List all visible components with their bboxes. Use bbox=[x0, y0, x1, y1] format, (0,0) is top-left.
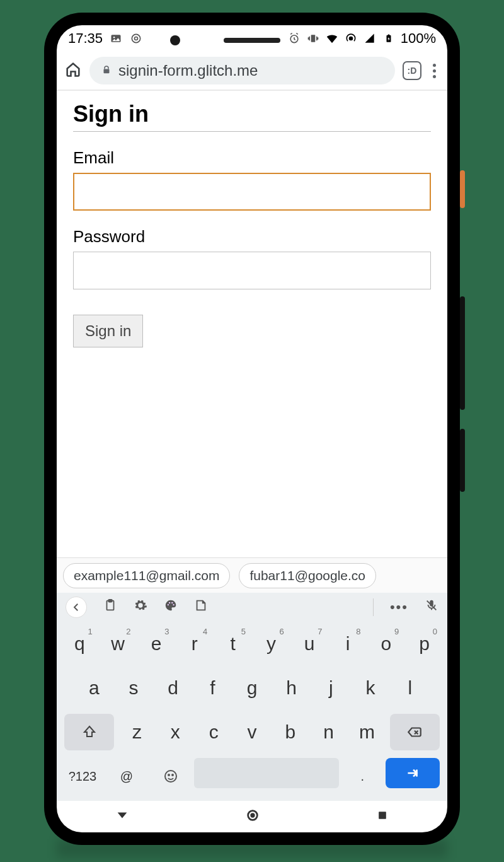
key-j[interactable]: j bbox=[312, 670, 350, 706]
key-n[interactable]: n bbox=[311, 714, 346, 750]
key-d[interactable]: d bbox=[154, 670, 192, 706]
url-text: signin-form.glitch.me bbox=[118, 62, 258, 79]
battery-icon bbox=[382, 32, 396, 45]
key-a[interactable]: a bbox=[76, 670, 113, 706]
svg-point-1 bbox=[113, 37, 115, 38]
svg-point-3 bbox=[135, 37, 138, 40]
sticker-icon[interactable] bbox=[194, 598, 208, 616]
keyboard: ••• 1q2w3e4r5t6y7u8i9o0p asdfghjkl zxcvb… bbox=[57, 593, 447, 801]
key-w[interactable]: 2w bbox=[100, 626, 136, 662]
url-bar[interactable]: signin-form.glitch.me bbox=[89, 57, 395, 84]
wifi-icon bbox=[325, 32, 339, 45]
key-u[interactable]: 7u bbox=[292, 626, 328, 662]
nav-home-icon[interactable] bbox=[246, 808, 260, 825]
menu-icon[interactable] bbox=[429, 64, 440, 78]
symbols-key[interactable]: ?123 bbox=[62, 758, 103, 795]
key-q[interactable]: 1q bbox=[62, 626, 98, 662]
status-time: 17:35 bbox=[68, 30, 103, 47]
browser-toolbar: signin-form.glitch.me :D bbox=[57, 52, 447, 91]
hotspot-icon bbox=[344, 32, 358, 45]
suggestion-chip[interactable]: fubar11@google.co bbox=[239, 563, 376, 588]
svg-rect-5 bbox=[311, 35, 315, 42]
password-label: Password bbox=[73, 227, 431, 247]
key-z[interactable]: z bbox=[119, 714, 155, 750]
svg-rect-8 bbox=[388, 35, 389, 36]
key-v[interactable]: v bbox=[234, 714, 270, 750]
svg-rect-11 bbox=[108, 600, 112, 602]
key-c[interactable]: c bbox=[196, 714, 232, 750]
backspace-key[interactable] bbox=[390, 714, 440, 750]
key-i[interactable]: 8i bbox=[330, 626, 366, 662]
key-t[interactable]: 5t bbox=[215, 626, 251, 662]
key-r[interactable]: 4r bbox=[176, 626, 212, 662]
svg-point-21 bbox=[250, 813, 255, 817]
key-p[interactable]: 0p bbox=[406, 626, 442, 662]
gear-icon[interactable] bbox=[134, 598, 147, 616]
android-navbar bbox=[57, 801, 447, 832]
palette-icon[interactable] bbox=[164, 598, 178, 616]
kbd-back-icon[interactable] bbox=[66, 597, 87, 618]
svg-point-17 bbox=[165, 771, 176, 782]
key-k[interactable]: k bbox=[352, 670, 389, 706]
key-f[interactable]: f bbox=[194, 670, 231, 706]
key-e[interactable]: 3e bbox=[139, 626, 175, 662]
svg-rect-22 bbox=[379, 812, 386, 819]
status-bar: 17:35 bbox=[57, 25, 447, 52]
clipboard-icon[interactable] bbox=[103, 598, 117, 616]
nav-back-icon[interactable] bbox=[115, 808, 129, 825]
page-title: Sign in bbox=[73, 101, 431, 132]
svg-point-2 bbox=[132, 34, 140, 42]
key-g[interactable]: g bbox=[234, 670, 271, 706]
key-o[interactable]: 9o bbox=[368, 626, 404, 662]
image-icon bbox=[109, 32, 123, 45]
vibrate-icon bbox=[306, 32, 320, 45]
email-input[interactable] bbox=[73, 173, 431, 211]
page-content: Sign in Email Password Sign in bbox=[57, 91, 447, 557]
svg-point-12 bbox=[168, 604, 169, 605]
svg-point-15 bbox=[173, 604, 174, 605]
svg-point-13 bbox=[169, 602, 170, 603]
suggestion-chip[interactable]: example111@gmail.com bbox=[63, 563, 230, 588]
nav-recent-icon[interactable] bbox=[376, 809, 389, 824]
battery-percent: 100% bbox=[401, 30, 436, 47]
password-input[interactable] bbox=[73, 252, 431, 289]
enter-key[interactable] bbox=[386, 758, 440, 788]
at-key[interactable]: @ bbox=[106, 758, 147, 795]
email-label: Email bbox=[73, 148, 431, 168]
key-x[interactable]: x bbox=[158, 714, 193, 750]
key-l[interactable]: l bbox=[391, 670, 428, 706]
svg-rect-9 bbox=[104, 69, 110, 74]
key-m[interactable]: m bbox=[349, 714, 385, 750]
shift-key[interactable] bbox=[64, 714, 114, 750]
svg-point-6 bbox=[349, 37, 352, 40]
space-key[interactable] bbox=[194, 758, 340, 788]
tab-switcher[interactable]: :D bbox=[403, 61, 421, 80]
alarm-icon bbox=[287, 32, 301, 45]
key-h[interactable]: h bbox=[273, 670, 310, 706]
svg-point-19 bbox=[172, 774, 173, 776]
signin-button[interactable]: Sign in bbox=[73, 315, 143, 347]
home-icon[interactable] bbox=[64, 61, 82, 81]
mic-off-icon[interactable] bbox=[425, 598, 438, 616]
svg-point-18 bbox=[168, 774, 169, 776]
svg-point-14 bbox=[171, 602, 173, 603]
key-y[interactable]: 6y bbox=[253, 626, 289, 662]
period-key[interactable]: . bbox=[341, 758, 383, 795]
autofill-suggestions: example111@gmail.com fubar11@google.co bbox=[57, 557, 447, 593]
more-icon[interactable]: ••• bbox=[390, 599, 408, 615]
emoji-key[interactable] bbox=[150, 758, 192, 795]
key-b[interactable]: b bbox=[272, 714, 308, 750]
signal-icon bbox=[363, 32, 377, 45]
lock-icon bbox=[101, 62, 112, 79]
key-s[interactable]: s bbox=[115, 670, 152, 706]
circle-at-icon bbox=[129, 32, 143, 45]
